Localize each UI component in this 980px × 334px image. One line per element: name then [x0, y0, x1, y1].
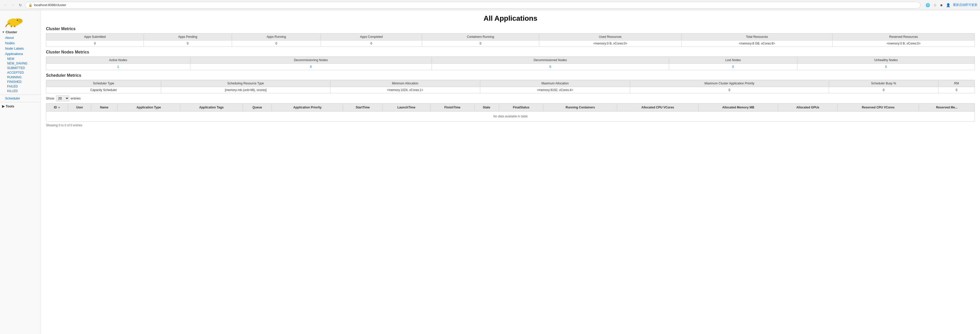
browser-chrome: ← → ↻ 🔒 localhost:8088/cluster 🌐 ☆ ■ 👤 重…	[0, 0, 980, 10]
th-finish-time: FinishTime	[431, 104, 474, 112]
cluster-label: Cluster	[6, 30, 17, 34]
sidebar-item-nodes[interactable]: Nodes	[0, 40, 41, 46]
th-launch-time: LaunchTime	[382, 104, 431, 112]
tools-section[interactable]: ▶ Tools	[0, 103, 41, 109]
cluster-section: ▼ Cluster About Nodes Node Labels Applic…	[0, 29, 41, 93]
th-user: User	[68, 104, 91, 112]
val-apps-pending: 0	[143, 40, 232, 47]
show-label: Show	[46, 96, 54, 100]
th-application-priority: Application Priority	[272, 104, 343, 112]
svg-point-3	[18, 19, 23, 23]
cluster-nodes-metrics-section: Cluster Nodes Metrics Active Nodes Decom…	[46, 50, 975, 70]
val-apps-submitted: 0	[46, 40, 144, 47]
url-text: localhost:8088/cluster	[34, 3, 66, 7]
active-nodes-link[interactable]: 1	[117, 65, 119, 69]
th-allocated-memory-mb: Allocated Memory MB	[698, 104, 778, 112]
th-reserved-cpu-vcores: Reserved CPU VCores	[837, 104, 919, 112]
val-total-resources: <memory:8 GB, vCores:8>	[681, 40, 832, 47]
sidebar-item-node-labels[interactable]: Node Labels	[0, 46, 41, 51]
col-scheduler-busy: Scheduler Busy %	[829, 80, 938, 87]
col-total-resources: Total Resources	[681, 34, 832, 40]
sidebar-item-applications[interactable]: Applications	[0, 51, 41, 56]
col-containers-running: Containers Running	[422, 34, 539, 40]
sidebar-item-scheduler[interactable]: Scheduler	[0, 96, 41, 101]
no-data-row: No data available in table	[46, 112, 975, 121]
col-unhealthy-nodes: Unhealthy Nodes	[797, 57, 975, 64]
th-running-containers: Running Containers	[543, 104, 617, 112]
val-used-resources: <memory:0 B, vCores:0>	[539, 40, 681, 47]
val-apps-completed: 0	[321, 40, 422, 47]
th-application-type: Application Type	[117, 104, 180, 112]
logo-area: hadoop	[0, 12, 41, 29]
cluster-metrics-row: 0 0 0 0 0 <memory:0 B, vCores:0> <memory…	[46, 40, 975, 47]
lock-icon: 🔒	[29, 3, 32, 7]
col-min-allocation: Minimum Allocation	[330, 80, 480, 87]
col-scheduler-type: Scheduler Type	[46, 80, 161, 87]
val-scheduler-busy: 0	[829, 87, 938, 93]
th-allocated-gpus: Allocated GPUs	[778, 104, 837, 112]
unhealthy-nodes-link[interactable]: 0	[885, 65, 887, 69]
val-decommissioning-nodes: 0	[190, 64, 431, 70]
col-reserved-resources: Reserved Resources	[832, 34, 975, 40]
col-rm: RM	[939, 80, 975, 87]
no-data-message: No data available in table	[46, 112, 975, 121]
th-final-status: FinalStatus	[499, 104, 543, 112]
sidebar-item-accepted[interactable]: ACCEPTED	[0, 70, 41, 75]
address-bar: 🔒 localhost:8088/cluster	[25, 2, 921, 8]
cluster-nodes-row: 1 0 0 0 0	[46, 64, 975, 70]
col-decommissioned-nodes: Decommissioned Nodes	[431, 57, 669, 64]
refresh-button[interactable]: ↻	[18, 2, 23, 8]
col-apps-completed: Apps Completed	[321, 34, 422, 40]
th-queue: Queue	[243, 104, 272, 112]
decommissioning-nodes-link[interactable]: 0	[310, 65, 312, 69]
cluster-nodes-table: Active Nodes Decommissioning Nodes Decom…	[46, 56, 975, 70]
th-start-time: StartTime	[343, 104, 382, 112]
forward-button[interactable]: →	[10, 2, 16, 8]
sidebar-item-finished[interactable]: FINISHED	[0, 80, 41, 84]
update-button[interactable]: 重新启动即可更新	[953, 3, 977, 7]
th-application-tags: Application Tags	[180, 104, 243, 112]
sidebar-divider-2	[0, 102, 41, 102]
val-max-cluster-priority: 0	[630, 87, 829, 93]
cluster-arrow: ▼	[2, 31, 5, 34]
sidebar: hadoop ▼ Cluster About Nodes Node Labels…	[0, 10, 41, 334]
lost-nodes-link[interactable]: 0	[732, 65, 734, 69]
th-reserved-memory: Reserved Me...	[919, 104, 975, 112]
profile-button[interactable]: 👤	[945, 2, 951, 8]
entries-select[interactable]: 10 20 50 100	[56, 95, 69, 101]
hadoop-logo: hadoop	[2, 14, 28, 27]
browser-actions: 🌐 ☆ ■ 👤 重新启动即可更新	[924, 2, 977, 8]
scheduler-metrics-title: Scheduler Metrics	[46, 73, 975, 78]
col-used-resources: Used Resources	[539, 34, 681, 40]
val-containers-running: 0	[422, 40, 539, 47]
cluster-header[interactable]: ▼ Cluster	[0, 29, 41, 35]
col-lost-nodes: Lost Nodes	[669, 57, 797, 64]
sidebar-item-failed[interactable]: FAILED	[0, 84, 41, 89]
extensions-button[interactable]: ■	[939, 2, 943, 8]
val-scheduler-type: Capacity Scheduler	[46, 87, 161, 93]
translate-button[interactable]: 🌐	[924, 2, 931, 8]
sidebar-item-about[interactable]: About	[0, 35, 41, 40]
th-id: ID ▼	[46, 104, 68, 112]
entries-label: entries	[71, 96, 81, 100]
col-active-nodes: Active Nodes	[46, 57, 190, 64]
id-sort-icon: ▼	[58, 106, 60, 109]
val-apps-running: 0	[232, 40, 321, 47]
val-decommissioned-nodes: 0	[431, 64, 669, 70]
sidebar-item-new-saving[interactable]: NEW_SAVING	[0, 61, 41, 66]
sidebar-item-submitted[interactable]: SUBMITTED	[0, 66, 41, 70]
val-max-allocation: <memory:8192, vCores:4>	[480, 87, 630, 93]
decommissioned-nodes-link[interactable]: 0	[549, 65, 551, 69]
th-name: Name	[91, 104, 117, 112]
cluster-metrics-title: Cluster Metrics	[46, 27, 975, 31]
cluster-metrics-section: Cluster Metrics Apps Submitted Apps Pend…	[46, 27, 975, 47]
sidebar-item-killed[interactable]: KILLED	[0, 89, 41, 93]
val-scheduling-resource-type: [memory-mb (unit=Mi), vcores]	[161, 87, 330, 93]
th-state: State	[474, 104, 499, 112]
svg-rect-5	[14, 26, 16, 27]
sidebar-item-new[interactable]: NEW	[0, 56, 41, 61]
back-button[interactable]: ←	[3, 2, 8, 8]
main-content: All Applications Cluster Metrics Apps Su…	[41, 10, 980, 334]
sidebar-item-running[interactable]: RUNNING	[0, 75, 41, 80]
bookmark-button[interactable]: ☆	[932, 2, 938, 8]
